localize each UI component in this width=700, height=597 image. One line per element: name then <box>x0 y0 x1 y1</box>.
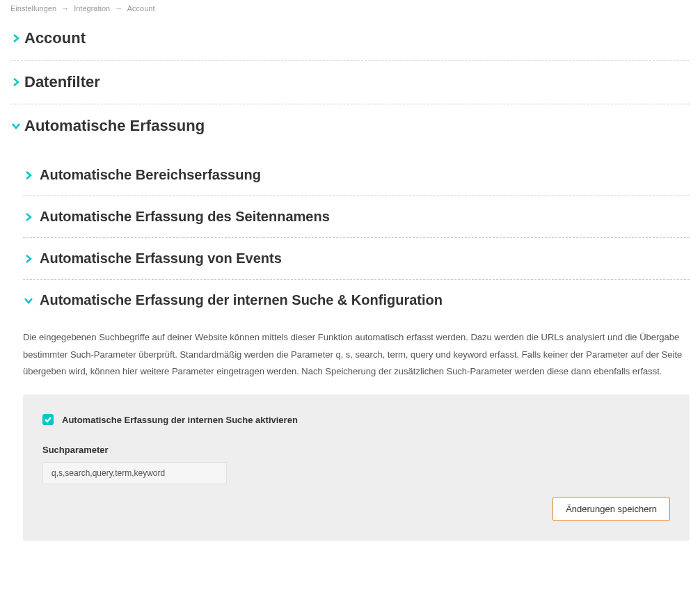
subsection-pagename-header[interactable]: Automatische Erfassung des Seitennamens <box>23 196 690 238</box>
subsection-title: Automatische Erfassung von Events <box>40 250 282 266</box>
search-config-panel: Automatische Erfassung der internen Such… <box>23 395 690 541</box>
chevron-right-icon <box>23 212 34 223</box>
subsection-area-header[interactable]: Automatische Bereichserfassung <box>23 154 690 196</box>
subsection-title: Automatische Bereichserfassung <box>40 167 261 183</box>
search-param-label: Suchparameter <box>42 445 670 455</box>
breadcrumb: Einstellungen → Integration → Account <box>0 0 700 17</box>
section-datafilter-header[interactable]: Datenfilter <box>10 61 690 104</box>
breadcrumb-item[interactable]: Integration <box>74 4 110 13</box>
save-button[interactable]: Änderungen speichern <box>552 497 670 521</box>
breadcrumb-item: Account <box>127 4 155 13</box>
breadcrumb-item[interactable]: Einstellungen <box>10 4 56 13</box>
chevron-right-icon <box>10 33 22 44</box>
enable-search-capture-checkbox[interactable] <box>42 414 54 425</box>
section-autocapture-header[interactable]: Automatische Erfassung <box>10 104 690 148</box>
chevron-right-icon <box>10 77 22 88</box>
subsection-events-header[interactable]: Automatische Erfassung von Events <box>23 238 690 280</box>
search-description: Die eingegebenen Suchbegriffe auf deiner… <box>23 321 690 395</box>
section-title: Account <box>24 29 86 47</box>
subsection-search-header[interactable]: Automatische Erfassung der internen Such… <box>23 280 690 321</box>
section-account-header[interactable]: Account <box>10 17 690 61</box>
chevron-right-icon <box>23 253 34 264</box>
arrow-right-icon: → <box>115 4 122 13</box>
arrow-right-icon: → <box>61 4 69 13</box>
chevron-down-icon <box>10 120 22 132</box>
subsection-title: Automatische Erfassung der internen Such… <box>40 292 443 308</box>
chevron-right-icon <box>23 170 34 181</box>
subsection-title: Automatische Erfassung des Seitennamens <box>40 209 330 225</box>
search-param-input[interactable] <box>42 462 227 484</box>
section-title: Automatische Erfassung <box>24 117 205 135</box>
section-title: Datenfilter <box>24 73 100 91</box>
chevron-down-icon <box>23 295 34 306</box>
checkbox-label: Automatische Erfassung der internen Such… <box>62 415 298 425</box>
